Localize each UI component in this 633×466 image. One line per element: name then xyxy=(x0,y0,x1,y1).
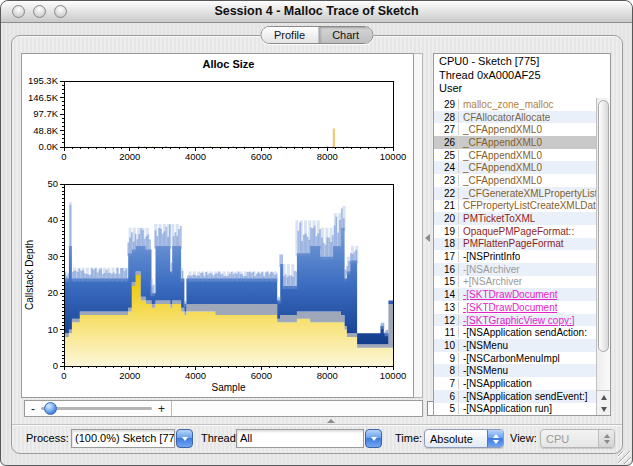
time-label: Time: xyxy=(395,432,422,444)
list-scrollbar-thumb[interactable] xyxy=(598,100,609,352)
table-row[interactable]: 23_CFAppendXML0 xyxy=(434,174,596,187)
zoom-in-label[interactable]: + xyxy=(158,403,165,415)
row-number: 20 xyxy=(434,213,459,224)
table-row[interactable]: 22_CFGenerateXMLPropertyListT xyxy=(434,187,596,200)
svg-text:6000: 6000 xyxy=(251,151,272,162)
time-value: Absolute xyxy=(425,430,487,447)
table-row[interactable]: 20PMTicketToXML xyxy=(434,212,596,225)
row-number: 29 xyxy=(434,99,459,110)
svg-text:50: 50 xyxy=(47,178,58,189)
callstack-panel: CPU0 - Sketch [775] Thread 0xA000AF25 Us… xyxy=(433,53,611,416)
table-row[interactable]: 5-[NSApplication run] xyxy=(434,403,596,416)
table-row[interactable]: 8-[NSMenu xyxy=(434,364,596,377)
table-row[interactable]: 11-[NSApplication sendAction: xyxy=(434,326,596,339)
row-number: 18 xyxy=(434,238,459,249)
tab-profile[interactable]: Profile xyxy=(261,27,318,43)
table-row[interactable]: 21CFPropertyListCreateXMLData xyxy=(434,200,596,213)
svg-text:Callstack Depth: Callstack Depth xyxy=(24,240,35,310)
time-popup-button[interactable]: Absolute xyxy=(424,429,504,448)
process-label: Process: xyxy=(26,432,69,444)
row-label: _CFAppendXML0 xyxy=(459,124,542,135)
row-number: 17 xyxy=(434,251,459,262)
row-label: -[NSPrintInfo xyxy=(459,251,520,262)
scroll-down-button[interactable] xyxy=(597,403,610,415)
svg-text:40: 40 xyxy=(47,214,58,225)
process-dropdown-button[interactable] xyxy=(176,429,193,448)
svg-text:30: 30 xyxy=(47,251,58,262)
table-row[interactable]: 28CFAllocatorAllocate xyxy=(434,111,596,124)
table-row[interactable]: 12-[SKTGraphicView copy:] xyxy=(434,314,596,327)
row-label: _CFGenerateXMLPropertyListT xyxy=(459,188,596,199)
table-row[interactable]: 13-[SKTDrawDocument xyxy=(434,301,596,314)
svg-text:8000: 8000 xyxy=(317,151,338,162)
svg-text:20: 20 xyxy=(47,287,58,298)
table-row[interactable]: 16-[NSArchiver xyxy=(434,263,596,276)
collapse-left-icon[interactable] xyxy=(425,234,430,242)
view-popup-button[interactable]: CPU xyxy=(540,429,615,448)
svg-text:Sample: Sample xyxy=(212,382,246,393)
table-row[interactable]: 14-[SKTDrawDocument xyxy=(434,288,596,301)
table-row[interactable]: 6-[NSApplication sendEvent:] xyxy=(434,390,596,403)
arrow-down-icon xyxy=(601,407,607,412)
row-label: PMTicketToXML xyxy=(459,213,535,224)
table-row[interactable]: 17-[NSPrintInfo xyxy=(434,250,596,263)
thread-value[interactable]: All xyxy=(236,429,364,448)
zoom-slider-track[interactable] xyxy=(41,407,152,410)
thread-dropdown-button[interactable] xyxy=(365,429,382,448)
callstack-header: CPU0 - Sketch [775] Thread 0xA000AF25 Us… xyxy=(434,54,610,97)
list-scrollbar[interactable] xyxy=(596,98,610,415)
thread-combobox[interactable]: All xyxy=(236,429,382,448)
row-label: -[SKTDrawDocument xyxy=(459,302,557,313)
charts-canvas[interactable]: Alloc Size02000400060008000100000.0K48.8… xyxy=(22,54,413,397)
svg-text:0: 0 xyxy=(61,151,66,162)
zoom-out-label[interactable]: - xyxy=(31,403,35,415)
row-number: 5 xyxy=(434,403,459,414)
row-number: 7 xyxy=(434,378,459,389)
row-label: -[NSArchiver xyxy=(459,264,520,275)
minimize-button[interactable] xyxy=(33,5,46,18)
view-value: CPU xyxy=(541,430,598,447)
chart-zoom-bar: - + xyxy=(24,400,423,417)
chart-horizontal-scrollbar[interactable] xyxy=(172,401,422,416)
row-label: CFAllocatorAllocate xyxy=(459,112,550,123)
table-row[interactable]: 25_CFAppendXML0 xyxy=(434,149,596,162)
zoom-slider[interactable]: - + xyxy=(25,401,172,416)
row-label: -[SKTDrawDocument xyxy=(459,289,557,300)
row-label: -[NSApplication sendAction: xyxy=(459,327,587,338)
svg-text:4000: 4000 xyxy=(185,151,206,162)
table-row[interactable]: 27_CFAppendXML0 xyxy=(434,123,596,136)
table-row[interactable]: 24_CFAppendXML0 xyxy=(434,161,596,174)
view-mode-tabs: Profile Chart xyxy=(260,26,373,44)
resize-grip[interactable] xyxy=(618,451,631,464)
process-combobox[interactable]: (100.0%) Sketch [775] xyxy=(71,429,193,448)
table-row[interactable]: 10-[NSMenu xyxy=(434,339,596,352)
chart-vertical-scrollbar[interactable] xyxy=(413,53,423,398)
tab-chart[interactable]: Chart xyxy=(318,27,372,43)
row-label: PMFlattenPageFormat xyxy=(459,238,564,249)
row-label: -[NSMenu xyxy=(459,340,508,351)
table-row[interactable]: 29malloc_zone_malloc xyxy=(434,98,596,111)
row-label: -[NSCarbonMenuImpl xyxy=(459,353,560,364)
svg-text:97.7K: 97.7K xyxy=(33,108,58,119)
zoom-button[interactable] xyxy=(54,5,67,18)
thread-line: Thread 0xA000AF25 xyxy=(439,69,605,83)
zoom-slider-thumb[interactable] xyxy=(44,402,57,415)
row-number: 26 xyxy=(434,137,459,148)
close-button[interactable] xyxy=(12,5,25,18)
footer-divider xyxy=(12,424,622,426)
table-row[interactable]: 15+[NSArchiver xyxy=(434,276,596,289)
scroll-up-button[interactable] xyxy=(597,391,610,403)
svg-text:195.3K: 195.3K xyxy=(28,75,59,86)
process-value[interactable]: (100.0%) Sketch [775] xyxy=(71,429,175,448)
svg-text:10: 10 xyxy=(47,324,58,335)
table-row[interactable]: 18PMFlattenPageFormat xyxy=(434,238,596,251)
table-row[interactable]: 19OpaquePMPageFormat:: xyxy=(434,225,596,238)
row-label: CFPropertyListCreateXMLData xyxy=(459,200,596,211)
table-row[interactable]: 26_CFAppendXML0 xyxy=(434,136,596,149)
row-number: 21 xyxy=(434,200,459,211)
table-row[interactable]: 7-[NSApplication xyxy=(434,377,596,390)
title-bar[interactable]: Session 4 - Malloc Trace of Sketch xyxy=(1,1,632,23)
collapse-up-icon[interactable] xyxy=(327,419,335,423)
list-scrollbar-arrows xyxy=(597,390,610,415)
table-row[interactable]: 9-[NSCarbonMenuImpl xyxy=(434,352,596,365)
